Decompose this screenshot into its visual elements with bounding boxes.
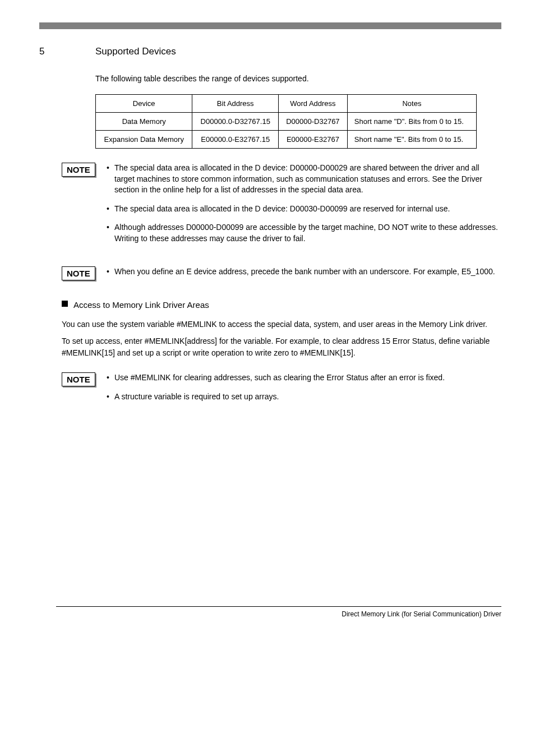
section-number: 5 — [39, 46, 44, 57]
note-label-icon: NOTE — [62, 163, 95, 177]
subsection-memory-link: Access to Memory Link Driver Areas You c… — [62, 299, 501, 358]
cell-notes: Short name "D". Bits from 0 to 15. — [347, 113, 476, 131]
note-content: When you define an E device address, pre… — [107, 266, 501, 285]
note-block-2: NOTE When you define an E device address… — [62, 266, 501, 285]
page-content: 5 Supported Devices The following table … — [0, 0, 535, 640]
subsection-paragraph-1: You can use the system variable #MEMLINK… — [62, 319, 501, 330]
note-item: The special data area is allocated in th… — [107, 204, 501, 215]
note-content: The special data area is allocated in th… — [107, 163, 501, 252]
header-divider-bar — [39, 22, 501, 29]
note-label-icon: NOTE — [62, 372, 95, 386]
note-content: Use #MEMLINK for clearing addresses, suc… — [107, 372, 501, 410]
note-item: When you define an E device address, pre… — [107, 266, 501, 278]
cell-word-address: E00000-E32767 — [278, 131, 347, 149]
note-item: Use #MEMLINK for clearing addresses, suc… — [107, 372, 501, 384]
cell-word-address: D00000-D32767 — [278, 113, 347, 131]
cell-notes: Short name "E". Bits from 0 to 15. — [347, 131, 476, 149]
table-row: Data Memory D00000.0-D32767.15 D00000-D3… — [96, 113, 477, 131]
col-header-word-address: Word Address — [278, 95, 347, 113]
section-title: Supported Devices — [95, 46, 501, 57]
square-bullet-icon — [62, 301, 68, 307]
subsection-title: Access to Memory Link Driver Areas — [73, 299, 209, 311]
note-item: A structure variable is required to set … — [107, 391, 501, 403]
cell-bit-address: D00000.0-D32767.15 — [192, 113, 278, 131]
note-block-3: NOTE Use #MEMLINK for clearing addresses… — [62, 372, 501, 410]
intro-paragraph: The following table describes the range … — [95, 74, 501, 83]
cell-bit-address: E00000.0-E32767.15 — [192, 131, 278, 149]
table-header-row: Device Bit Address Word Address Notes — [96, 95, 477, 113]
note-block-1: NOTE The special data area is allocated … — [62, 163, 501, 252]
table-row: Expansion Data Memory E00000.0-E32767.15… — [96, 131, 477, 149]
cell-device: Data Memory — [96, 113, 192, 131]
cell-device: Expansion Data Memory — [96, 131, 192, 149]
page-footer: Direct Memory Link (for Serial Communica… — [56, 606, 501, 618]
supported-devices-table: Device Bit Address Word Address Notes Da… — [95, 94, 477, 149]
note-item: Although addresses D00000-D00099 are acc… — [107, 222, 501, 244]
subsection-paragraph-2: To set up access, enter #MEMLINK[address… — [62, 335, 501, 358]
col-header-bit-address: Bit Address — [192, 95, 278, 113]
note-item: The special data area is allocated in th… — [107, 163, 501, 196]
col-header-notes: Notes — [347, 95, 476, 113]
col-header-device: Device — [96, 95, 192, 113]
note-label-icon: NOTE — [62, 266, 95, 280]
